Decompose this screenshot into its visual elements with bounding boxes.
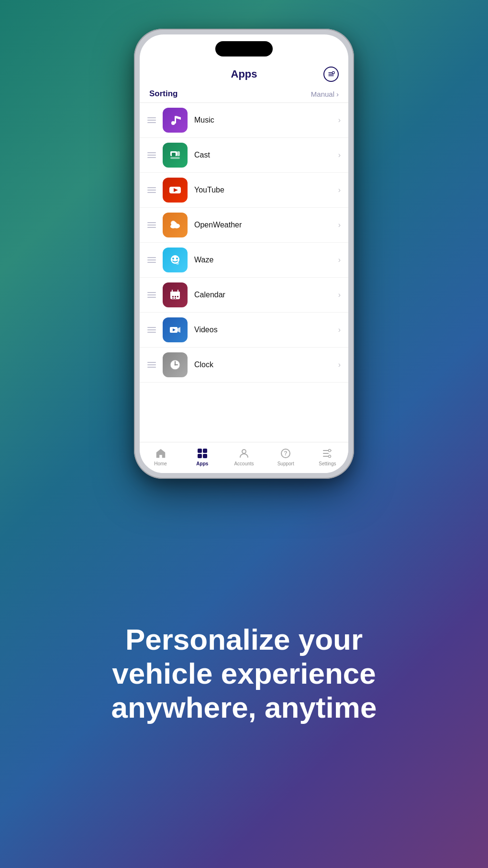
app-item-calendar[interactable]: Calendar › (140, 278, 348, 313)
drag-handle-music[interactable] (147, 117, 156, 123)
sorting-label: Sorting (149, 89, 178, 99)
tab-icon-support: ? (279, 447, 292, 460)
svg-rect-2 (328, 75, 333, 76)
screen-content: Apps Sorting Manual (140, 34, 348, 473)
svg-rect-28 (172, 296, 174, 297)
drag-handle-clock[interactable] (147, 362, 156, 368)
svg-point-45 (242, 450, 246, 453)
svg-rect-27 (170, 293, 180, 293)
app-icon-youtube (163, 178, 188, 203)
page-title: Apps (231, 68, 257, 80)
svg-rect-32 (175, 298, 176, 299)
tab-home[interactable]: Home (140, 445, 181, 468)
app-icon-videos (163, 317, 188, 342)
tagline-line2: vehicle experience (112, 657, 376, 690)
svg-marker-34 (177, 327, 180, 333)
app-list: Music › (140, 103, 348, 442)
tab-support[interactable]: ? Support (265, 445, 307, 468)
tab-icon-home (155, 447, 167, 460)
phone-frame: Apps Sorting Manual (134, 29, 354, 479)
svg-rect-10 (170, 157, 180, 159)
chevron-calendar: › (338, 291, 341, 299)
svg-point-19 (176, 258, 178, 259)
chevron-openweather: › (338, 221, 341, 229)
app-icon-cast (163, 143, 188, 168)
calendar-icon (168, 288, 182, 302)
app-name-videos: Videos (194, 326, 332, 334)
app-item-clock[interactable]: Clock › (140, 348, 348, 383)
app-item-videos[interactable]: Videos › (140, 313, 348, 348)
app-item-youtube[interactable]: YouTube › (140, 173, 348, 208)
cast-icon (168, 148, 182, 162)
tab-apps[interactable]: Apps (181, 445, 223, 468)
sorting-value-button[interactable]: Manual › (311, 90, 339, 98)
drag-handle-waze[interactable] (147, 257, 156, 263)
drag-handle-cast[interactable] (147, 152, 156, 158)
drag-handle-youtube[interactable] (147, 187, 156, 193)
svg-rect-42 (203, 449, 207, 453)
app-icon-waze (163, 248, 188, 272)
svg-text:?: ? (284, 450, 288, 457)
tagline-line3: anywhere, anytime (111, 691, 377, 724)
youtube-icon (168, 183, 182, 197)
drag-handle-calendar[interactable] (147, 292, 156, 298)
tab-bar: Home Apps (140, 442, 348, 473)
music-icon (168, 113, 182, 127)
tab-label-accounts: Accounts (234, 461, 254, 466)
app-item-waze[interactable]: Waze › (140, 243, 348, 278)
phone-screen: Apps Sorting Manual (140, 34, 348, 473)
svg-point-52 (329, 455, 331, 458)
tab-label-home: Home (154, 461, 167, 466)
tab-label-settings: Settings (319, 461, 336, 466)
app-item-cast[interactable]: Cast › (140, 138, 348, 173)
chevron-clock: › (338, 361, 341, 369)
app-icon-calendar (163, 282, 188, 307)
svg-point-18 (172, 258, 174, 259)
tab-icon-settings (321, 447, 333, 460)
tab-settings[interactable]: Settings (307, 445, 348, 468)
tab-icon-apps (196, 447, 209, 460)
app-name-cast: Cast (194, 151, 332, 159)
phone-mockup: Apps Sorting Manual (134, 29, 354, 479)
menu-icon-button[interactable] (323, 67, 339, 82)
svg-point-4 (171, 121, 175, 125)
svg-point-16 (171, 221, 176, 225)
app-icon-music (163, 108, 188, 133)
tagline-text: Personalize your vehicle experience anyw… (111, 622, 377, 725)
svg-rect-5 (175, 116, 176, 124)
svg-point-51 (329, 450, 331, 452)
home-icon (155, 448, 166, 459)
svg-rect-29 (175, 296, 176, 297)
drag-handle-openweather[interactable] (147, 222, 156, 228)
support-icon: ? (280, 448, 291, 459)
svg-marker-6 (176, 116, 181, 120)
app-name-calendar: Calendar (194, 291, 332, 299)
settings-icon (322, 448, 333, 459)
chevron-youtube: › (338, 186, 341, 194)
app-name-waze: Waze (194, 256, 332, 264)
app-icon-openweather (163, 213, 188, 237)
svg-rect-9 (177, 151, 180, 156)
app-item-music[interactable]: Music › (140, 103, 348, 138)
accounts-icon (238, 448, 250, 459)
svg-rect-31 (172, 298, 174, 299)
tab-accounts[interactable]: Accounts (223, 445, 265, 468)
tab-label-apps: Apps (196, 461, 208, 466)
drag-handle-videos[interactable] (147, 327, 156, 333)
svg-rect-43 (198, 454, 202, 458)
svg-rect-44 (203, 454, 207, 458)
videos-icon (168, 323, 182, 337)
sorting-row[interactable]: Sorting Manual › (140, 85, 348, 103)
svg-point-40 (175, 364, 176, 366)
lines-icon (327, 70, 335, 78)
chevron-cast: › (338, 151, 341, 159)
waze-icon (168, 253, 182, 267)
tab-icon-accounts (238, 447, 250, 460)
apps-grid-icon (197, 448, 208, 459)
sorting-value-text: Manual (311, 90, 334, 98)
app-name-openweather: OpenWeather (194, 221, 332, 229)
app-icon-clock (163, 352, 188, 377)
tagline-line1: Personalize your (125, 623, 363, 656)
openweather-icon (168, 218, 182, 232)
app-item-openweather[interactable]: OpenWeather › (140, 208, 348, 243)
